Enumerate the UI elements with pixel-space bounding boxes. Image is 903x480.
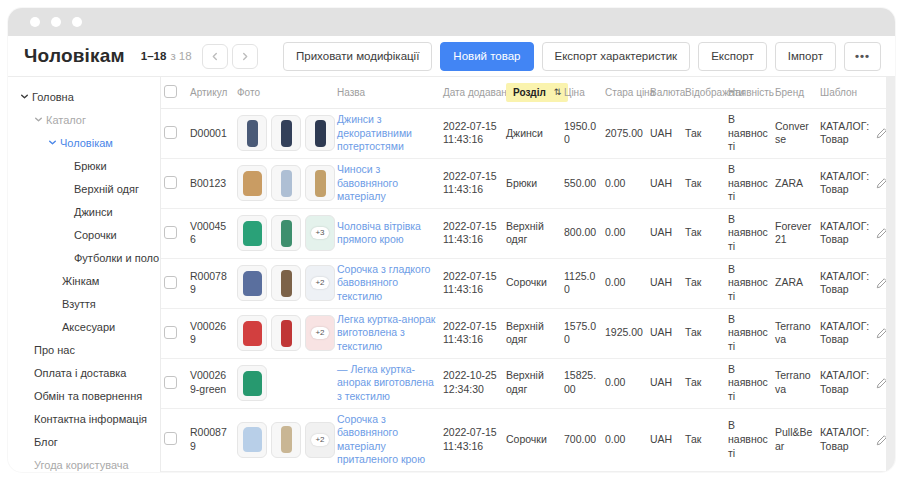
photo-thumbnail[interactable]	[271, 215, 301, 251]
photo-thumbnail[interactable]	[237, 115, 267, 151]
sidebar-item-верхній-одяг[interactable]: Верхній одяг	[8, 177, 160, 200]
row-checkbox[interactable]	[164, 326, 177, 339]
more-button[interactable]: •••	[844, 42, 881, 71]
sidebar-item-сорочки[interactable]: Сорочки	[8, 223, 160, 246]
edit-button[interactable]	[876, 176, 886, 190]
photo-thumbnail[interactable]: +2	[305, 265, 335, 301]
photo-thumbnail[interactable]	[237, 365, 267, 401]
cell-value-date: 2022-07-15 11:43:16	[443, 170, 497, 196]
window-control-icon[interactable]	[72, 17, 82, 27]
table-scrollbar[interactable]	[886, 77, 895, 472]
photo-thumbnail[interactable]	[237, 315, 267, 351]
row-checkbox[interactable]	[164, 276, 177, 289]
cell-old_price: 0.00	[602, 358, 647, 408]
row-actions	[876, 326, 886, 340]
sidebar-item-обмін-та-повернення[interactable]: Обмін та повернення	[8, 384, 160, 407]
cell-date: 2022-07-15 11:43:16	[440, 408, 503, 472]
new-product-button[interactable]: Новий товар	[440, 42, 533, 71]
sidebar-item-жінкам[interactable]: Жінкам	[8, 269, 160, 292]
window-control-icon[interactable]	[30, 17, 40, 27]
cell-photo	[234, 158, 334, 208]
photo-thumbnail[interactable]	[237, 265, 267, 301]
photo-thumbnail[interactable]	[305, 165, 335, 201]
row-checkbox[interactable]	[164, 126, 177, 139]
sidebar-item-угода-користувача[interactable]: Угода користувача	[8, 453, 160, 472]
cell-value-sku: V000269	[190, 320, 226, 346]
edit-button[interactable]	[876, 276, 886, 290]
cell-value-display: Так	[685, 177, 701, 189]
sidebar-item-брюки[interactable]: Брюки	[8, 154, 160, 177]
photo-thumbnail[interactable]: +3	[305, 215, 335, 251]
export-button[interactable]: Експорт	[698, 42, 767, 71]
photo-thumbnail[interactable]	[271, 265, 301, 301]
product-name-link[interactable]: Сорочка з бавовняного матеріалу притален…	[337, 413, 437, 468]
edit-button[interactable]	[876, 376, 886, 390]
row-checkbox[interactable]	[164, 432, 177, 445]
cell-brand: ZARA	[772, 158, 817, 208]
cell-value-date: 2022-07-15 11:43:16	[443, 426, 497, 452]
photo-thumbnail[interactable]	[305, 115, 335, 151]
edit-button[interactable]	[876, 433, 886, 447]
cell-name: Чиноси з бавовняного матеріалу	[334, 158, 440, 208]
sidebar-item-блог[interactable]: Блог	[8, 430, 160, 453]
photo-thumbnail[interactable]	[271, 165, 301, 201]
import-button[interactable]: Імпорт	[775, 42, 836, 71]
edit-button[interactable]	[876, 126, 886, 140]
product-name-link[interactable]: Легка куртка-анорак виготовлена з тексти…	[337, 313, 437, 354]
edit-button[interactable]	[876, 326, 886, 340]
photo-thumbnail[interactable]	[237, 215, 267, 251]
select-all-checkbox[interactable]	[164, 85, 177, 98]
product-name-link[interactable]: Джинси з декоративними потертостями	[337, 113, 437, 154]
column-header-label: Стара ціна	[605, 87, 655, 98]
sidebar-item-контактна-інформація[interactable]: Контактна інформація	[8, 407, 160, 430]
cell-old_price: 0.00	[602, 158, 647, 208]
product-name-link[interactable]: Чиноси з бавовняного матеріалу	[337, 163, 437, 204]
sidebar-item-взуття[interactable]: Взуття	[8, 292, 160, 315]
sidebar-item-головна[interactable]: Головна	[8, 85, 160, 108]
sidebar-item-джинси[interactable]: Джинси	[8, 200, 160, 223]
cell-photo	[234, 358, 334, 408]
product-name-link[interactable]: Сорочка з гладкого бавовняного текстилю	[337, 263, 437, 304]
column-header-date: Дата додавання	[440, 77, 503, 109]
photo-thumbnail[interactable]: +2	[305, 315, 335, 351]
cell-section: Сорочки	[503, 258, 561, 308]
cell-name: Легка куртка-анорак виготовлена з тексти…	[334, 308, 440, 358]
column-header-price: Ціна	[561, 77, 602, 109]
photo-thumbnails: +2	[237, 265, 331, 301]
sidebar-item-label: Футболки и поло	[74, 252, 159, 264]
row-actions	[876, 176, 886, 190]
photo-thumbnail[interactable]	[237, 422, 267, 458]
table-row: R000879+2Сорочка з бавовняного матеріалу…	[161, 408, 886, 472]
hide-modifications-button[interactable]: Приховати модифікації	[283, 42, 432, 71]
export-characteristics-button[interactable]: Експорт характеристик	[542, 42, 691, 71]
photo-thumbnail[interactable]	[271, 315, 301, 351]
garment-photo	[243, 171, 262, 196]
sidebar-item-оплата-і-доставка[interactable]: Оплата і доставка	[8, 361, 160, 384]
window-control-icon[interactable]	[51, 17, 61, 27]
next-page-button[interactable]	[232, 44, 258, 69]
cell-value-brand: Converse	[775, 120, 809, 146]
row-checkbox[interactable]	[164, 176, 177, 189]
product-name-link[interactable]: Чоловіча вітрівка прямого крою	[337, 220, 437, 247]
row-checkbox[interactable]	[164, 226, 177, 239]
sort-icon[interactable]: ⇅	[554, 88, 562, 97]
cell-display: Так	[682, 109, 725, 159]
photo-thumbnail[interactable]: +2	[305, 422, 335, 458]
edit-button[interactable]	[876, 226, 886, 240]
sidebar-item-аксесуари[interactable]: Аксесуари	[8, 315, 160, 338]
cell-display: Так	[682, 208, 725, 258]
product-name-link[interactable]: — Легка куртка-анорак виготовлена з текс…	[337, 363, 437, 404]
sidebar-item-про-нас[interactable]: Про нас	[8, 338, 160, 361]
cell-value-section: Брюки	[506, 177, 537, 189]
cell-display: Так	[682, 408, 725, 472]
sidebar-item-футболки-и-поло[interactable]: Футболки и поло	[8, 246, 160, 269]
photo-thumbnail[interactable]	[271, 115, 301, 151]
photo-thumbnail[interactable]	[237, 165, 267, 201]
sidebar-item-чоловікам[interactable]: Чоловікам	[8, 131, 160, 154]
sidebar-item-каталог[interactable]: Каталог	[8, 108, 160, 131]
prev-page-button[interactable]	[202, 44, 228, 69]
photo-thumbnails: +2	[237, 422, 331, 458]
cell-name: — Легка куртка-анорак виготовлена з текс…	[334, 358, 440, 408]
photo-thumbnail[interactable]	[271, 422, 301, 458]
row-checkbox[interactable]	[164, 376, 177, 389]
